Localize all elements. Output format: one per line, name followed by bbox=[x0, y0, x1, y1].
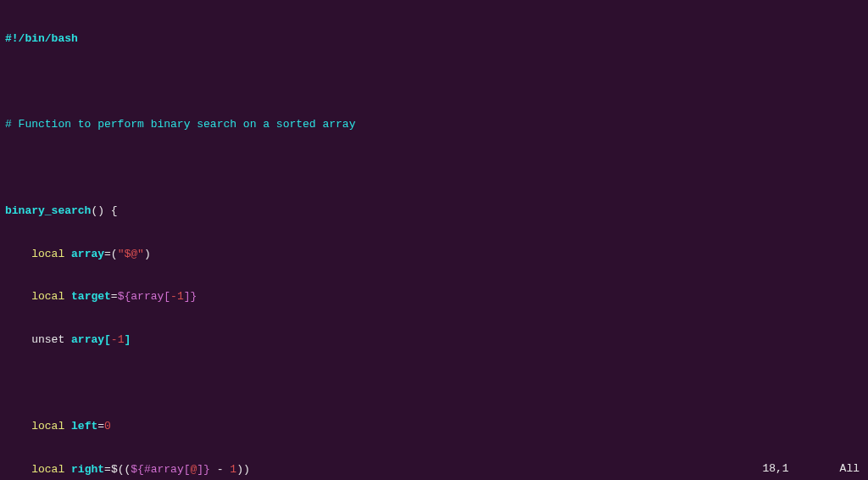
status-bar: 18,1 All bbox=[762, 462, 860, 477]
code-line: # Function to perform binary search on a… bbox=[5, 118, 863, 132]
code-line: local target=${array[-1]} bbox=[5, 290, 863, 304]
code-line: binary_search() { bbox=[5, 204, 863, 219]
code-line bbox=[5, 161, 863, 176]
code-line: local array=("$@") bbox=[5, 248, 863, 262]
code-editor[interactable]: #!/bin/bash # Function to perform binary… bbox=[0, 0, 868, 480]
code-line bbox=[5, 75, 863, 90]
code-line bbox=[5, 377, 863, 391]
scroll-indicator: All bbox=[840, 462, 860, 477]
code-line: local left=0 bbox=[5, 420, 863, 434]
code-line: #!/bin/bash bbox=[5, 32, 863, 47]
code-line: local right=$((${#array[@]} - 1)) bbox=[5, 463, 863, 477]
code-line: unset array[-1] bbox=[5, 333, 863, 348]
cursor-position: 18,1 bbox=[762, 462, 788, 477]
